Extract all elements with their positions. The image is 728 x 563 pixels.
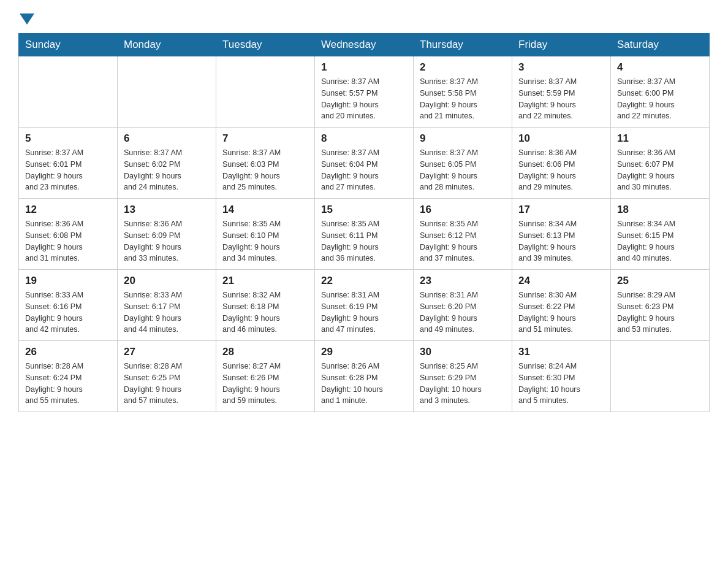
- day-info: Sunrise: 8:33 AMSunset: 6:16 PMDaylight:…: [25, 289, 111, 335]
- day-number: 23: [420, 275, 506, 287]
- calendar-header-row: SundayMondayTuesdayWednesdayThursdayFrid…: [19, 34, 710, 56]
- calendar-cell: 30Sunrise: 8:25 AMSunset: 6:29 PMDayligh…: [414, 341, 512, 412]
- day-number: 6: [124, 132, 210, 145]
- calendar-cell: 3Sunrise: 8:37 AMSunset: 5:59 PMDaylight…: [512, 56, 611, 128]
- day-info: Sunrise: 8:31 AMSunset: 6:19 PMDaylight:…: [321, 289, 407, 335]
- day-info: Sunrise: 8:28 AMSunset: 6:25 PMDaylight:…: [124, 361, 210, 407]
- day-info: Sunrise: 8:29 AMSunset: 6:23 PMDaylight:…: [617, 289, 703, 335]
- calendar-cell: 5Sunrise: 8:37 AMSunset: 6:01 PMDaylight…: [19, 128, 118, 199]
- day-number: 28: [222, 346, 308, 358]
- calendar-week-row: 1Sunrise: 8:37 AMSunset: 5:57 PMDaylight…: [19, 56, 710, 128]
- calendar-cell: 1Sunrise: 8:37 AMSunset: 5:57 PMDaylight…: [315, 56, 414, 128]
- day-info: Sunrise: 8:35 AMSunset: 6:10 PMDaylight:…: [222, 218, 308, 264]
- calendar-cell: [216, 56, 315, 128]
- day-info: Sunrise: 8:36 AMSunset: 6:08 PMDaylight:…: [25, 218, 111, 264]
- day-info: Sunrise: 8:34 AMSunset: 6:13 PMDaylight:…: [518, 218, 604, 264]
- day-number: 24: [518, 275, 604, 287]
- calendar-cell: 12Sunrise: 8:36 AMSunset: 6:08 PMDayligh…: [19, 199, 118, 270]
- day-info: Sunrise: 8:37 AMSunset: 5:57 PMDaylight:…: [321, 76, 407, 122]
- calendar-cell: 19Sunrise: 8:33 AMSunset: 6:16 PMDayligh…: [19, 270, 118, 341]
- day-info: Sunrise: 8:37 AMSunset: 6:04 PMDaylight:…: [321, 147, 407, 193]
- day-info: Sunrise: 8:37 AMSunset: 6:03 PMDaylight:…: [222, 147, 308, 193]
- day-number: 30: [420, 346, 506, 358]
- day-info: Sunrise: 8:30 AMSunset: 6:22 PMDaylight:…: [518, 289, 604, 335]
- day-number: 3: [518, 61, 604, 74]
- calendar-week-row: 19Sunrise: 8:33 AMSunset: 6:16 PMDayligh…: [19, 270, 710, 341]
- calendar-cell: 25Sunrise: 8:29 AMSunset: 6:23 PMDayligh…: [611, 270, 710, 341]
- day-info: Sunrise: 8:37 AMSunset: 5:59 PMDaylight:…: [518, 76, 604, 122]
- day-number: 19: [25, 275, 111, 287]
- day-info: Sunrise: 8:35 AMSunset: 6:12 PMDaylight:…: [420, 218, 506, 264]
- calendar-cell: 8Sunrise: 8:37 AMSunset: 6:04 PMDaylight…: [315, 128, 414, 199]
- calendar-cell: 11Sunrise: 8:36 AMSunset: 6:07 PMDayligh…: [611, 128, 710, 199]
- day-number: 4: [617, 61, 703, 74]
- calendar-week-row: 26Sunrise: 8:28 AMSunset: 6:24 PMDayligh…: [19, 341, 710, 412]
- day-number: 15: [321, 204, 407, 216]
- day-number: 2: [420, 61, 506, 74]
- day-info: Sunrise: 8:32 AMSunset: 6:18 PMDaylight:…: [222, 289, 308, 335]
- calendar-weekday-saturday: Saturday: [611, 34, 710, 56]
- day-number: 7: [222, 132, 308, 145]
- calendar-weekday-sunday: Sunday: [19, 34, 118, 56]
- calendar-cell: 27Sunrise: 8:28 AMSunset: 6:25 PMDayligh…: [118, 341, 216, 412]
- calendar-cell: [611, 341, 710, 412]
- day-number: 21: [222, 275, 308, 287]
- day-info: Sunrise: 8:33 AMSunset: 6:17 PMDaylight:…: [124, 289, 210, 335]
- calendar-cell: 17Sunrise: 8:34 AMSunset: 6:13 PMDayligh…: [512, 199, 611, 270]
- calendar-cell: 18Sunrise: 8:34 AMSunset: 6:15 PMDayligh…: [611, 199, 710, 270]
- calendar-cell: 6Sunrise: 8:37 AMSunset: 6:02 PMDaylight…: [118, 128, 216, 199]
- day-info: Sunrise: 8:25 AMSunset: 6:29 PMDaylight:…: [420, 361, 506, 407]
- calendar-cell: 28Sunrise: 8:27 AMSunset: 6:26 PMDayligh…: [216, 341, 315, 412]
- day-info: Sunrise: 8:35 AMSunset: 6:11 PMDaylight:…: [321, 218, 407, 264]
- calendar-cell: 20Sunrise: 8:33 AMSunset: 6:17 PMDayligh…: [118, 270, 216, 341]
- calendar-cell: 16Sunrise: 8:35 AMSunset: 6:12 PMDayligh…: [414, 199, 512, 270]
- day-number: 12: [25, 204, 111, 216]
- calendar-cell: 7Sunrise: 8:37 AMSunset: 6:03 PMDaylight…: [216, 128, 315, 199]
- calendar-weekday-tuesday: Tuesday: [216, 34, 315, 56]
- calendar-cell: 23Sunrise: 8:31 AMSunset: 6:20 PMDayligh…: [414, 270, 512, 341]
- day-info: Sunrise: 8:37 AMSunset: 6:05 PMDaylight:…: [420, 147, 506, 193]
- calendar-weekday-friday: Friday: [512, 34, 611, 56]
- calendar-cell: 2Sunrise: 8:37 AMSunset: 5:58 PMDaylight…: [414, 56, 512, 128]
- calendar-cell: 26Sunrise: 8:28 AMSunset: 6:24 PMDayligh…: [19, 341, 118, 412]
- day-number: 29: [321, 346, 407, 358]
- day-info: Sunrise: 8:31 AMSunset: 6:20 PMDaylight:…: [420, 289, 506, 335]
- day-number: 20: [124, 275, 210, 287]
- calendar-weekday-wednesday: Wednesday: [315, 34, 414, 56]
- calendar-weekday-thursday: Thursday: [414, 34, 512, 56]
- day-info: Sunrise: 8:37 AMSunset: 6:01 PMDaylight:…: [25, 147, 111, 193]
- calendar-table: SundayMondayTuesdayWednesdayThursdayFrid…: [18, 33, 710, 412]
- day-info: Sunrise: 8:37 AMSunset: 5:58 PMDaylight:…: [420, 76, 506, 122]
- day-number: 5: [25, 132, 111, 145]
- day-info: Sunrise: 8:26 AMSunset: 6:28 PMDaylight:…: [321, 361, 407, 407]
- calendar-week-row: 12Sunrise: 8:36 AMSunset: 6:08 PMDayligh…: [19, 199, 710, 270]
- calendar-cell: 10Sunrise: 8:36 AMSunset: 6:06 PMDayligh…: [512, 128, 611, 199]
- day-number: 22: [321, 275, 407, 287]
- day-info: Sunrise: 8:36 AMSunset: 6:09 PMDaylight:…: [124, 218, 210, 264]
- logo: [18, 12, 36, 21]
- day-info: Sunrise: 8:37 AMSunset: 6:00 PMDaylight:…: [617, 76, 703, 122]
- calendar-cell: 22Sunrise: 8:31 AMSunset: 6:19 PMDayligh…: [315, 270, 414, 341]
- calendar-cell: 13Sunrise: 8:36 AMSunset: 6:09 PMDayligh…: [118, 199, 216, 270]
- day-number: 18: [617, 204, 703, 216]
- logo-triangle-icon: [20, 13, 34, 25]
- day-number: 10: [518, 132, 604, 145]
- day-number: 9: [420, 132, 506, 145]
- day-number: 14: [222, 204, 308, 216]
- calendar-weekday-monday: Monday: [118, 34, 216, 56]
- day-number: 16: [420, 204, 506, 216]
- day-number: 8: [321, 132, 407, 145]
- calendar-cell: [118, 56, 216, 128]
- day-info: Sunrise: 8:36 AMSunset: 6:06 PMDaylight:…: [518, 147, 604, 193]
- day-number: 26: [25, 346, 111, 358]
- day-number: 11: [617, 132, 703, 145]
- day-number: 27: [124, 346, 210, 358]
- calendar-cell: 4Sunrise: 8:37 AMSunset: 6:00 PMDaylight…: [611, 56, 710, 128]
- day-number: 13: [124, 204, 210, 216]
- day-info: Sunrise: 8:37 AMSunset: 6:02 PMDaylight:…: [124, 147, 210, 193]
- page-header: [18, 12, 710, 21]
- day-info: Sunrise: 8:36 AMSunset: 6:07 PMDaylight:…: [617, 147, 703, 193]
- day-number: 31: [518, 346, 604, 358]
- calendar-cell: 14Sunrise: 8:35 AMSunset: 6:10 PMDayligh…: [216, 199, 315, 270]
- day-info: Sunrise: 8:34 AMSunset: 6:15 PMDaylight:…: [617, 218, 703, 264]
